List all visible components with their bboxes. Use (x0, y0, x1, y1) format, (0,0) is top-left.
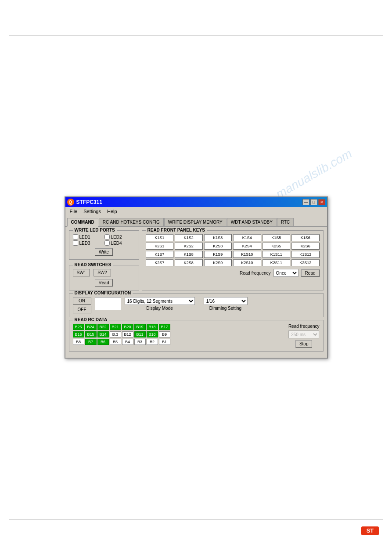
key-k1s11[interactable]: K1S11 (263, 251, 291, 258)
display-preview-box (95, 297, 121, 310)
st-logo: ST (361, 524, 379, 537)
rc-b2: B2 (147, 339, 158, 345)
front-panel-read-freq: Read frequency Once 250 ms 500 ms 1 s Re… (146, 269, 320, 277)
key-k1s12[interactable]: K1S12 (291, 251, 320, 258)
on-off-col: ON OFF (73, 297, 91, 313)
menu-settings[interactable]: Settings (81, 208, 104, 215)
tab-command[interactable]: COMMAND (67, 218, 98, 227)
key-k2s8[interactable]: K2S8 (175, 259, 203, 266)
led1-label[interactable]: LED1 (73, 234, 104, 239)
led1-checkbox[interactable] (73, 234, 78, 239)
read-freq-label: Read frequency (240, 271, 271, 276)
led2-label[interactable]: LED2 (104, 234, 135, 239)
key-k1s1[interactable]: K1S1 (146, 234, 174, 241)
key-k1s4[interactable]: K1S4 (233, 234, 261, 241)
rc-read-freq-label: Read frequency (288, 324, 320, 329)
key-k1s5[interactable]: K1S5 (263, 234, 291, 241)
mode-setting-col: 16 Digits, 12 Segments 8 Digits, 16 Segm… (125, 297, 195, 311)
front-panel-title: READ FRONT PANEL KEYS (146, 228, 207, 232)
led4-text: LED4 (111, 241, 122, 246)
front-panel-read-button[interactable]: Read (301, 269, 320, 277)
on-button[interactable]: ON (73, 297, 91, 305)
keys-row2: K2S1 K2S2 K2S3 K2S4 K2S5 K2S6 (146, 243, 320, 250)
application-window: Q STFPC311 — □ ✕ File Settings Help COMM… (65, 196, 328, 359)
display-right: 16 Digits, 12 Segments 8 Digits, 16 Segm… (125, 297, 320, 311)
page-background: manualslib.com Q STFPC311 — □ ✕ File Set… (0, 0, 392, 555)
display-row: ON OFF 16 Digits, 12 Segments 8 Digits, … (73, 297, 320, 313)
keys-row4: K2S7 K2S8 K2S9 K2S10 K2S11 K2S12 (146, 259, 320, 266)
rc-row3: B8 B7 B6 B5 B4 B3 B2 B1 (73, 339, 286, 345)
led3-text: LED3 (79, 241, 90, 246)
rc-b14: B14 (97, 331, 109, 337)
display-mode-label: Display Mode (146, 306, 173, 311)
key-k1s10[interactable]: K1S10 (233, 251, 261, 258)
tab-wdt-standby[interactable]: WDT AND STANDBY (227, 218, 277, 226)
key-k2s1[interactable]: K2S1 (146, 243, 174, 250)
key-k1s9[interactable]: K1S9 (204, 251, 232, 258)
key-k2s2[interactable]: K2S2 (175, 243, 203, 250)
key-k2s9[interactable]: K2S9 (204, 259, 232, 266)
off-button[interactable]: OFF (73, 306, 91, 313)
read-front-panel-group: READ FRONT PANEL KEYS K1S1 K1S2 K1S3 K1S… (142, 230, 324, 290)
sw2-label: SW2 (94, 269, 111, 276)
tab-rtc[interactable]: RTC (277, 218, 294, 226)
watermark: manualslib.com (273, 147, 354, 202)
led3-checkbox[interactable] (73, 240, 78, 246)
switches-row: SW1 SW2 (73, 269, 135, 276)
stop-button[interactable]: Stop (295, 340, 313, 348)
key-k2s12[interactable]: K2S12 (291, 259, 320, 266)
rc-b21: B21 (110, 324, 121, 330)
tab-write-display[interactable]: WRITE DISPLAY MEMORY (164, 218, 227, 226)
led2-checkbox[interactable] (104, 234, 110, 239)
menu-file[interactable]: File (67, 208, 80, 215)
rc-data-group: READ RC DATA B25 B24 B22 B21 B20 B19 B18… (69, 320, 324, 352)
led3-label[interactable]: LED3 (73, 240, 104, 246)
maximize-button[interactable]: □ (310, 199, 317, 205)
app-icon: Q (67, 199, 74, 206)
rc-b6: B6 (97, 339, 109, 345)
keys-row1: K1S1 K1S2 K1S3 K1S4 K1S5 K1S6 (146, 234, 320, 241)
rc-freq-select[interactable]: 250 ms 500 ms 1 s (288, 330, 319, 338)
key-k2s3[interactable]: K2S3 (204, 243, 232, 250)
key-k2s5[interactable]: K2S5 (263, 243, 291, 250)
read-switches-button[interactable]: Read (95, 279, 113, 287)
write-led-button[interactable]: Write (95, 248, 113, 256)
key-k1s8[interactable]: K1S8 (175, 251, 203, 258)
menu-help[interactable]: Help (104, 208, 120, 215)
display-config-title: DISPLAY CONFIGURATION (73, 290, 133, 295)
close-button[interactable]: ✕ (318, 199, 325, 205)
led4-label[interactable]: LED4 (104, 240, 135, 246)
dimming-label: Dimming Setting (209, 306, 241, 311)
key-k2s7[interactable]: K2S7 (146, 259, 174, 266)
rc-b9: B9 (159, 331, 170, 337)
key-k2s4[interactable]: K2S4 (233, 243, 261, 250)
key-k1s7[interactable]: K1S7 (146, 251, 174, 258)
key-k1s3[interactable]: K1S3 (204, 234, 232, 241)
title-bar-left: Q STFPC311 (67, 199, 102, 206)
rc-b18: B18 (147, 324, 158, 330)
rc-b22: B22 (97, 324, 109, 330)
read-freq-select[interactable]: Once 250 ms 500 ms 1 s (273, 269, 298, 277)
rc-b17: B17 (159, 324, 170, 330)
tab-bar: COMMAND RC AND HOTKEYS CONFIG WRITE DISP… (65, 216, 327, 227)
title-bar: Q STFPC311 — □ ✕ (65, 197, 327, 207)
dimming-setting-col: 1/16 2/16 3/16 4/16 5/16 6/16 7/16 8/16 … (204, 297, 248, 311)
key-k2s11[interactable]: K2S11 (263, 259, 291, 266)
tab-rc-hotkeys[interactable]: RC AND HOTKEYS CONFIG (99, 218, 164, 226)
rc-b16: B16 (73, 331, 84, 337)
rc-b8: B8 (73, 339, 84, 345)
dimming-select[interactable]: 1/16 2/16 3/16 4/16 5/16 6/16 7/16 8/16 (204, 297, 248, 305)
key-k2s6[interactable]: K2S6 (291, 243, 320, 250)
key-k2s10[interactable]: K2S10 (233, 259, 261, 266)
bottom-divider (9, 519, 383, 520)
rc-bits-panel: B25 B24 B22 B21 B20 B19 B18 B17 B16 (73, 324, 286, 346)
menu-bar: File Settings Help (65, 207, 327, 216)
minimize-button[interactable]: — (302, 199, 309, 205)
key-k1s6[interactable]: K1S6 (291, 234, 320, 241)
display-mode-select[interactable]: 16 Digits, 12 Segments 8 Digits, 16 Segm… (125, 297, 195, 305)
main-content: WRITE LED PORTS LED1 LED2 (65, 227, 327, 358)
led4-checkbox[interactable] (104, 240, 110, 246)
rc-b15: B15 (85, 331, 97, 337)
write-led-group: WRITE LED PORTS LED1 LED2 (69, 230, 139, 260)
key-k1s2[interactable]: K1S2 (175, 234, 203, 241)
